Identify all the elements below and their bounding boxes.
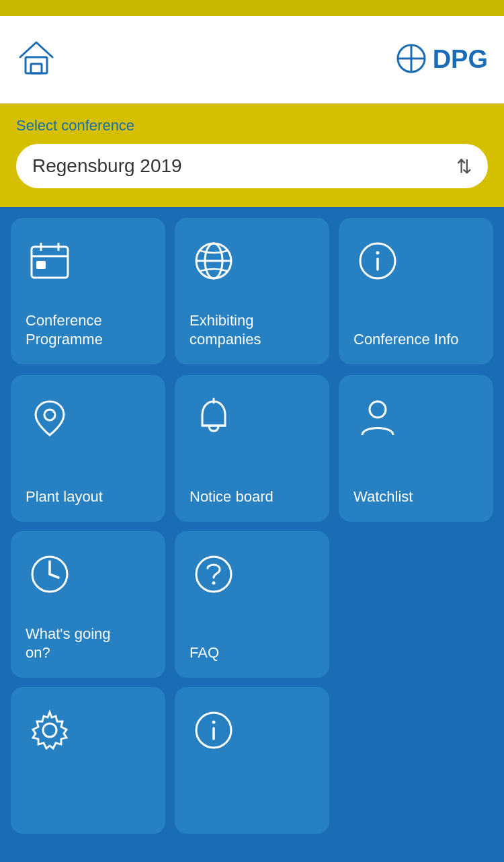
info-circle-2-icon — [190, 706, 238, 754]
tile-settings[interactable] — [11, 687, 165, 834]
person-icon — [353, 394, 402, 442]
svg-rect-9 — [37, 262, 45, 268]
tile-plant-layout[interactable]: Plant layout — [11, 375, 165, 522]
tile-whats-going-on[interactable]: What's goingon? — [11, 531, 165, 678]
svg-point-15 — [376, 251, 380, 255]
empty-slot-row3 — [339, 531, 493, 678]
svg-point-24 — [212, 582, 216, 585]
tile-exhibiting-companies[interactable]: Exhibitingcompanies — [175, 218, 329, 364]
tile-notice-board-label: Notice board — [190, 477, 274, 507]
grid-row-4 — [0, 687, 504, 845]
tile-faq[interactable]: FAQ — [175, 531, 329, 678]
svg-point-25 — [43, 723, 56, 737]
home-icon[interactable] — [16, 38, 56, 81]
empty-slot-row4 — [339, 687, 493, 834]
svg-point-19 — [370, 401, 386, 418]
select-conference-label: Select conference — [16, 117, 488, 134]
svg-line-22 — [50, 574, 58, 578]
tile-conference-programme-label: ConferenceProgramme — [26, 301, 103, 350]
grid-row-2: Plant layout Notice board Watchlist — [0, 375, 504, 531]
svg-point-23 — [196, 557, 231, 592]
tile-exhibiting-companies-label: Exhibitingcompanies — [190, 301, 261, 350]
tile-watchlist[interactable]: Watchlist — [339, 375, 493, 522]
status-bar — [0, 0, 504, 16]
clock-icon — [26, 550, 74, 598]
tile-about[interactable] — [175, 687, 329, 834]
tile-notice-board[interactable]: Notice board — [175, 375, 329, 522]
tile-whats-going-on-label: What's goingon? — [26, 614, 111, 663]
svg-rect-0 — [26, 57, 47, 73]
selected-conference: Regensburg 2019 — [32, 155, 182, 177]
tile-faq-label: FAQ — [190, 633, 219, 663]
grid-row-3: What's goingon? FAQ — [0, 531, 504, 687]
globe-icon — [190, 237, 238, 285]
tile-conference-programme[interactable]: ConferenceProgramme — [11, 218, 165, 364]
gear-icon — [26, 706, 74, 754]
dropdown-arrows-icon: ⇅ — [456, 155, 472, 178]
grid-row-1: ConferenceProgramme Exhibitingcompanies … — [0, 207, 504, 375]
bell-icon — [190, 394, 238, 442]
dpg-logo-text: DPG — [433, 45, 488, 74]
tile-conference-info-label: Conference Info — [353, 319, 459, 350]
calendar-icon — [26, 237, 74, 285]
question-circle-icon — [190, 550, 238, 598]
dpg-logo-symbol — [395, 42, 427, 77]
svg-rect-1 — [31, 64, 42, 73]
tile-conference-info[interactable]: Conference Info — [339, 218, 493, 364]
header: DPG — [0, 16, 504, 104]
info-circle-icon — [353, 237, 402, 285]
svg-point-28 — [212, 721, 216, 724]
dpg-logo: DPG — [395, 42, 488, 77]
yellow-banner: Select conference Regensburg 2019 ⇅ — [0, 104, 504, 207]
svg-point-16 — [44, 409, 55, 420]
tile-watchlist-label: Watchlist — [353, 477, 413, 507]
location-pin-icon — [26, 394, 74, 442]
tile-plant-layout-label: Plant layout — [26, 477, 103, 507]
conference-select-dropdown[interactable]: Regensburg 2019 ⇅ — [16, 144, 488, 188]
